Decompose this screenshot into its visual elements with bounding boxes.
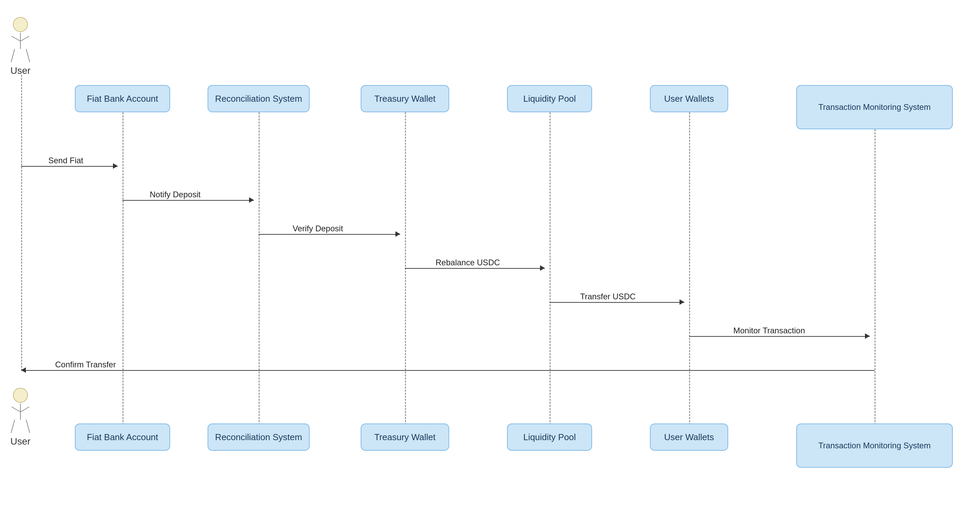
confirm-transfer-label: Confirm Transfer [55,360,116,369]
confirm-transfer-line [21,370,875,371]
notify-deposit-line [123,200,254,201]
lifeline-treasury: Treasury Wallet [361,85,449,112]
actor-leg-right-bottom [26,420,30,433]
actor-user-top: User [10,17,30,76]
lifeline-liquidity-bottom: Liquidity Pool [507,423,592,451]
monitor-transaction-arrow [865,333,870,339]
actor-head-bottom [13,388,28,403]
actor-label-bottom: User [10,436,30,447]
actor-body-top [10,32,30,63]
monitor-transaction-label: Monitor Transaction [733,326,805,335]
send-fiat-line [21,166,118,167]
actor-arm-right-top [21,36,30,41]
lifeline-treasury-bottom: Treasury Wallet [361,423,449,451]
actor-legs-top [10,49,30,63]
transfer-usdc-line [550,302,684,303]
lifeline-reconciliation-line [259,112,259,425]
lifeline-reconciliation: Reconciliation System [208,85,310,112]
verify-deposit-label: Verify Deposit [293,224,343,234]
rebalance-usdc-arrow [540,265,545,271]
rebalance-usdc-line [405,268,545,269]
lifeline-tms: Transaction Monitoring System [796,85,953,129]
transfer-usdc-label: Transfer USDC [580,292,636,301]
actor-leg-left-bottom [11,420,15,433]
actor-arm-left-top [11,36,21,41]
send-fiat-arrow [113,163,118,169]
lifeline-fiat-line [123,112,124,425]
monitor-transaction-line [689,336,870,337]
lifeline-user-wallets: User Wallets [650,85,728,112]
rebalance-usdc-label: Rebalance USDC [436,258,500,267]
notify-deposit-label: Notify Deposit [150,190,200,199]
actor-head-top [13,17,28,32]
lifeline-tms-line [875,129,875,425]
lifeline-tms-bottom: Transaction Monitoring System [796,423,953,468]
actor-leg-right-top [26,49,30,62]
verify-deposit-line [259,234,400,235]
notify-deposit-arrow [249,197,254,203]
lifeline-reconciliation-bottom: Reconciliation System [208,423,310,451]
lifeline-fiat-bank-bottom: Fiat Bank Account [75,423,170,451]
verify-deposit-arrow [395,231,400,237]
actor-leg-left-top [11,49,15,62]
actor-arm-left-bottom [11,407,21,412]
lifeline-userwallets-line [689,112,690,425]
lifeline-user-actor-line [21,75,22,371]
lifeline-fiat-bank: Fiat Bank Account [75,85,170,112]
transfer-usdc-arrow [679,299,684,305]
actor-label-top: User [10,65,30,76]
lifeline-user-wallets-bottom: User Wallets [650,423,728,451]
actor-user-bottom: User [10,388,30,447]
actor-body-bottom [10,403,30,433]
lifeline-liquidity: Liquidity Pool [507,85,592,112]
lifeline-liquidity-line [550,112,550,425]
actor-legs-bottom [10,420,30,433]
confirm-transfer-arrow [21,367,26,373]
send-fiat-label: Send Fiat [48,156,83,165]
lifeline-treasury-line [405,112,406,425]
sequence-diagram: User Fiat Bank Account Reconciliation Sy… [0,0,980,515]
actor-arm-right-bottom [21,407,30,412]
